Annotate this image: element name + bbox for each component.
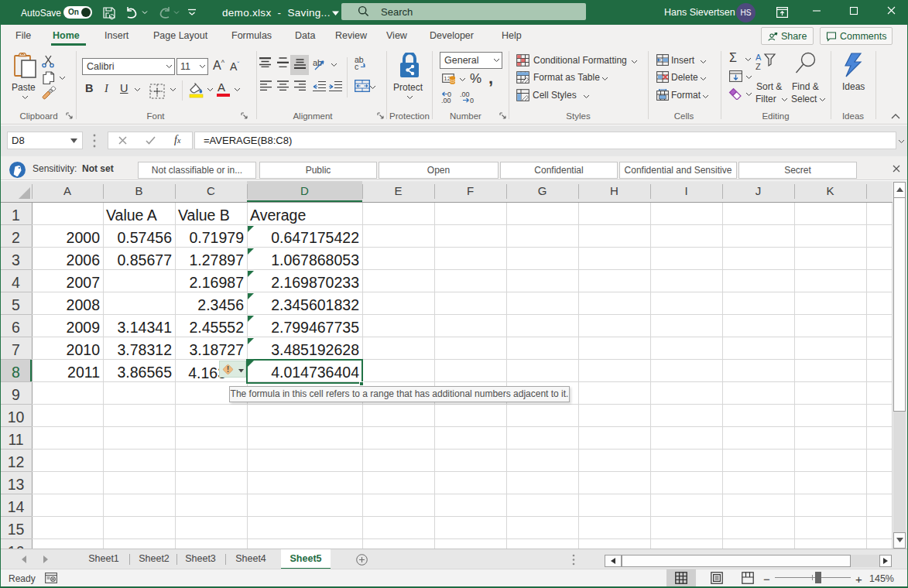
- svg-text:.00: .00: [441, 97, 451, 104]
- svg-text:c: c: [355, 62, 358, 70]
- svg-text:0: 0: [470, 97, 474, 104]
- svg-text:ab: ab: [313, 58, 322, 67]
- svg-text:!: !: [227, 364, 230, 374]
- svg-text:A: A: [756, 53, 762, 62]
- svg-text:Z: Z: [756, 62, 761, 71]
- svg-text:.00: .00: [460, 91, 470, 98]
